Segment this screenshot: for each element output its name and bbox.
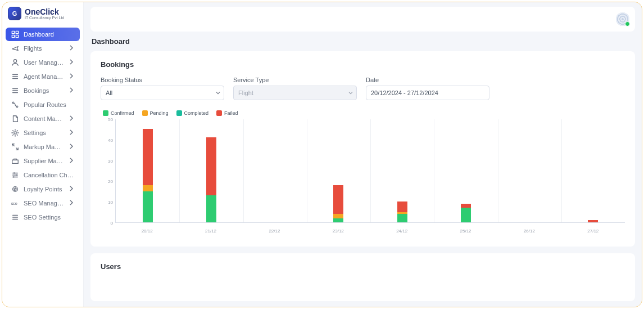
- svg-rect-0: [12, 31, 14, 33]
- sidebar-item-label: Content Manage...: [24, 115, 64, 122]
- bar-group: [461, 204, 471, 222]
- svg-point-4: [13, 60, 16, 62]
- sidebar-item-seo-management[interactable]: SEOSEO Management: [6, 196, 80, 210]
- sliders-icon: [11, 171, 19, 179]
- doc-icon: [11, 115, 19, 123]
- legend-item-completed: Completed: [176, 110, 209, 116]
- svg-text:SEO: SEO: [11, 202, 17, 205]
- booking-status-select[interactable]: All: [101, 86, 224, 100]
- list-icon: [11, 87, 19, 95]
- chevron-right-icon: [69, 59, 74, 66]
- sidebar-item-loyalty-points[interactable]: Loyalty Points: [6, 182, 80, 196]
- bar-segment-failed: [206, 137, 216, 195]
- booking-status-value: All: [106, 89, 112, 96]
- sidebar-item-agent-managem[interactable]: Agent Managem...: [6, 70, 80, 83]
- date-range-value: 20/12/2024 - 27/12/2024: [371, 89, 438, 96]
- dashboard-icon: [11, 30, 19, 38]
- bar-group: [397, 201, 407, 222]
- sidebar-item-flights[interactable]: Flights: [6, 42, 80, 55]
- bar-segment-failed: [143, 129, 153, 185]
- y-tick: 0: [111, 221, 113, 226]
- gridline: [370, 119, 371, 222]
- chevron-down-icon: [348, 89, 353, 96]
- bar-segment-confirmed: [206, 195, 216, 222]
- sidebar-item-bookings[interactable]: Bookings: [6, 84, 80, 97]
- sidebar-item-label: Agent Managem...: [24, 73, 64, 80]
- x-label: 25/12: [460, 229, 471, 234]
- svg-point-9: [13, 172, 15, 173]
- sidebar-item-label: Settings: [24, 129, 46, 136]
- bar-segment-confirmed: [397, 214, 407, 222]
- gridline: [243, 119, 244, 222]
- sidebar-item-label: User Management: [24, 59, 64, 66]
- sidebar-item-label: SEO Settings: [24, 214, 61, 221]
- legend-swatch: [142, 110, 148, 116]
- sidebar-item-label: Markup Manage...: [24, 144, 64, 150]
- sidebar-item-supplier-manage[interactable]: Supplier Manage...: [6, 154, 80, 168]
- bar-group: [206, 137, 216, 222]
- svg-point-11: [13, 176, 14, 177]
- bar-segment-pending: [333, 214, 343, 218]
- brand-subtitle: IT Consultancy Pvt Ltd: [25, 16, 64, 20]
- bar-group: [143, 129, 153, 222]
- bar-segment-failed: [397, 201, 407, 212]
- legend-label: Failed: [224, 110, 238, 116]
- sidebar-item-settings[interactable]: Settings: [6, 126, 80, 140]
- gridline: [498, 119, 498, 222]
- sidebar-item-cancellation-char[interactable]: Cancellation Char...: [6, 168, 80, 182]
- bar-group: [588, 220, 598, 222]
- bookings-card-title: Bookings: [101, 60, 625, 69]
- avatar[interactable]: [616, 12, 629, 26]
- chevron-right-icon: [69, 87, 74, 94]
- bar-segment-confirmed: [461, 208, 471, 222]
- brand-title: OneClick: [25, 8, 64, 16]
- legend-swatch: [103, 110, 108, 116]
- sidebar-item-content-manage[interactable]: Content Manage...: [6, 112, 80, 126]
- legend-label: Confirmed: [111, 110, 134, 116]
- svg-point-10: [16, 174, 17, 176]
- legend-item-confirmed: Confirmed: [103, 110, 134, 116]
- gear-icon: [11, 129, 19, 137]
- chevron-right-icon: [69, 45, 74, 52]
- main-content: Dashboard Bookings Booking Status All Se…: [84, 2, 642, 307]
- list-icon: [11, 73, 19, 80]
- sidebar-item-dashboard[interactable]: Dashboard: [6, 28, 80, 41]
- gridline: [179, 119, 180, 222]
- date-label: Date: [366, 77, 489, 83]
- bar-segment-failed: [588, 220, 598, 222]
- sidebar-nav: DashboardFlightsUser ManagementAgent Man…: [2, 27, 83, 225]
- x-label: 23/12: [333, 229, 344, 234]
- gridline: [434, 119, 434, 222]
- svg-rect-3: [16, 35, 18, 37]
- chevron-right-icon: [69, 144, 74, 150]
- supplier-icon: [11, 157, 19, 165]
- bar-segment-failed: [461, 204, 471, 208]
- bookings-filters: Booking Status All Service Type Flight D…: [101, 77, 625, 100]
- brand-logo-icon: G: [8, 7, 21, 20]
- plane-icon: [11, 44, 19, 52]
- legend-label: Completed: [184, 110, 209, 116]
- route-icon: [11, 101, 19, 109]
- sidebar-item-markup-manage[interactable]: Markup Manage...: [6, 140, 80, 154]
- page-title: Dashboard: [92, 37, 635, 46]
- user-icon: [11, 59, 19, 66]
- y-tick: 30: [108, 158, 113, 163]
- sidebar-item-seo-settings[interactable]: SEO Settings: [6, 211, 80, 224]
- sidebar-item-label: Dashboard: [24, 31, 54, 38]
- topbar: [90, 7, 635, 32]
- legend-swatch: [216, 110, 222, 116]
- sidebar-item-label: Flights: [24, 45, 42, 52]
- bar-segment-confirmed: [143, 191, 153, 222]
- date-range-input[interactable]: 20/12/2024 - 27/12/2024: [366, 86, 489, 100]
- x-label: 26/12: [524, 229, 535, 234]
- y-tick: 20: [108, 179, 113, 184]
- sidebar-item-user-management[interactable]: User Management: [6, 56, 80, 69]
- sidebar-item-label: Supplier Manage...: [24, 158, 64, 164]
- sidebar-item-popular-routes[interactable]: Popular Routes: [6, 98, 80, 111]
- sidebar-item-label: Loyalty Points: [24, 186, 62, 192]
- x-label: 22/12: [269, 229, 280, 234]
- gridline: [561, 119, 562, 222]
- chevron-right-icon: [69, 158, 74, 164]
- chevron-right-icon: [69, 115, 74, 122]
- y-tick: 50: [108, 117, 113, 122]
